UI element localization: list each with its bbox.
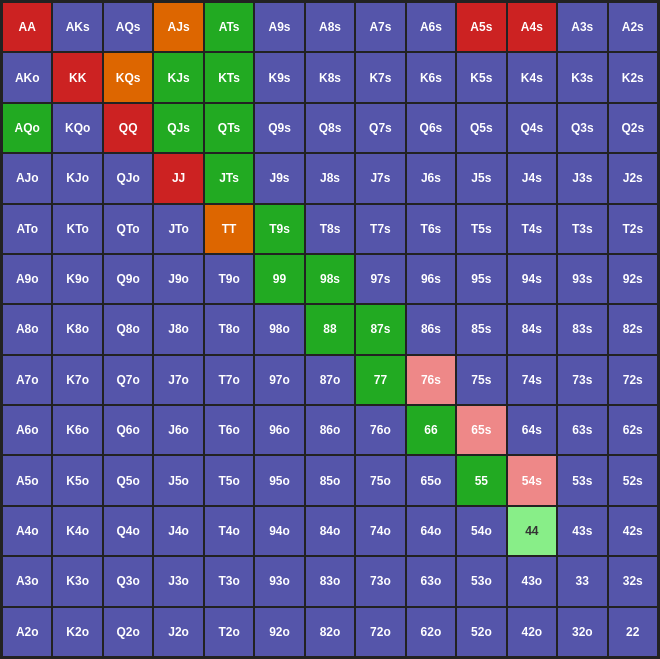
cell-93o: 93o <box>254 556 304 606</box>
cell-95s: 95s <box>456 254 506 304</box>
cell-76o: 76o <box>355 405 405 455</box>
cell-54s: 54s <box>507 455 557 505</box>
cell-ajo: AJo <box>2 153 52 203</box>
cell-k6s: K6s <box>406 52 456 102</box>
cell-t6s: T6s <box>406 204 456 254</box>
cell-q8s: Q8s <box>305 103 355 153</box>
cell-q5s: Q5s <box>456 103 506 153</box>
cell-65o: 65o <box>406 455 456 505</box>
cell-73o: 73o <box>355 556 405 606</box>
cell-kjo: KJo <box>52 153 102 203</box>
cell-t2o: T2o <box>204 607 254 657</box>
cell-88: 88 <box>305 304 355 354</box>
cell-a9s: A9s <box>254 2 304 52</box>
cell-j9o: J9o <box>153 254 203 304</box>
cell-kk: KK <box>52 52 102 102</box>
cell-jts: JTs <box>204 153 254 203</box>
cell-j7o: J7o <box>153 355 203 405</box>
cell-j5o: J5o <box>153 455 203 505</box>
cell-kjs: KJs <box>153 52 203 102</box>
cell-aqs: AQs <box>103 2 153 52</box>
cell-j2o: J2o <box>153 607 203 657</box>
cell-q3s: Q3s <box>557 103 607 153</box>
cell-j6s: J6s <box>406 153 456 203</box>
cell-82o: 82o <box>305 607 355 657</box>
cell-aqo: AQo <box>2 103 52 153</box>
cell-t8o: T8o <box>204 304 254 354</box>
cell-a4o: A4o <box>2 506 52 556</box>
cell-k7o: K7o <box>52 355 102 405</box>
cell-22: 22 <box>608 607 658 657</box>
cell-k2o: K2o <box>52 607 102 657</box>
cell-ato: ATo <box>2 204 52 254</box>
cell-86o: 86o <box>305 405 355 455</box>
cell-a9o: A9o <box>2 254 52 304</box>
cell-kts: KTs <box>204 52 254 102</box>
cell-77: 77 <box>355 355 405 405</box>
cell-96o: 96o <box>254 405 304 455</box>
cell-kto: KTo <box>52 204 102 254</box>
cell-64o: 64o <box>406 506 456 556</box>
cell-a3o: A3o <box>2 556 52 606</box>
cell-j3s: J3s <box>557 153 607 203</box>
cell-k5o: K5o <box>52 455 102 505</box>
cell-62o: 62o <box>406 607 456 657</box>
cell-qjs: QJs <box>153 103 203 153</box>
cell-44: 44 <box>507 506 557 556</box>
cell-k9s: K9s <box>254 52 304 102</box>
cell-jj: JJ <box>153 153 203 203</box>
cell-86s: 86s <box>406 304 456 354</box>
cell-32o: 32o <box>557 607 607 657</box>
cell-t6o: T6o <box>204 405 254 455</box>
cell-73s: 73s <box>557 355 607 405</box>
cell-t4s: T4s <box>507 204 557 254</box>
cell-75s: 75s <box>456 355 506 405</box>
cell-t4o: T4o <box>204 506 254 556</box>
cell-ajs: AJs <box>153 2 203 52</box>
cell-k8s: K8s <box>305 52 355 102</box>
cell-94s: 94s <box>507 254 557 304</box>
cell-j9s: J9s <box>254 153 304 203</box>
cell-62s: 62s <box>608 405 658 455</box>
cell-q5o: Q5o <box>103 455 153 505</box>
cell-a8o: A8o <box>2 304 52 354</box>
cell-j8s: J8s <box>305 153 355 203</box>
cell-98s: 98s <box>305 254 355 304</box>
cell-53o: 53o <box>456 556 506 606</box>
cell-83s: 83s <box>557 304 607 354</box>
cell-95o: 95o <box>254 455 304 505</box>
cell-a4s: A4s <box>507 2 557 52</box>
cell-43s: 43s <box>557 506 607 556</box>
cell-q2o: Q2o <box>103 607 153 657</box>
cell-92o: 92o <box>254 607 304 657</box>
cell-a5o: A5o <box>2 455 52 505</box>
cell-63o: 63o <box>406 556 456 606</box>
cell-tt: TT <box>204 204 254 254</box>
cell-93s: 93s <box>557 254 607 304</box>
cell-j4o: J4o <box>153 506 203 556</box>
cell-k6o: K6o <box>52 405 102 455</box>
cell-t9o: T9o <box>204 254 254 304</box>
cell-a7o: A7o <box>2 355 52 405</box>
cell-a2s: A2s <box>608 2 658 52</box>
cell-32s: 32s <box>608 556 658 606</box>
cell-q9s: Q9s <box>254 103 304 153</box>
cell-t7s: T7s <box>355 204 405 254</box>
cell-jto: JTo <box>153 204 203 254</box>
cell-33: 33 <box>557 556 607 606</box>
cell-q6o: Q6o <box>103 405 153 455</box>
cell-ako: AKo <box>2 52 52 102</box>
cell-97s: 97s <box>355 254 405 304</box>
cell-k4s: K4s <box>507 52 557 102</box>
cell-42o: 42o <box>507 607 557 657</box>
cell-k7s: K7s <box>355 52 405 102</box>
cell-t2s: T2s <box>608 204 658 254</box>
cell-72o: 72o <box>355 607 405 657</box>
cell-74o: 74o <box>355 506 405 556</box>
cell-j4s: J4s <box>507 153 557 203</box>
cell-72s: 72s <box>608 355 658 405</box>
cell-87o: 87o <box>305 355 355 405</box>
cell-t8s: T8s <box>305 204 355 254</box>
cell-43o: 43o <box>507 556 557 606</box>
cell-q8o: Q8o <box>103 304 153 354</box>
